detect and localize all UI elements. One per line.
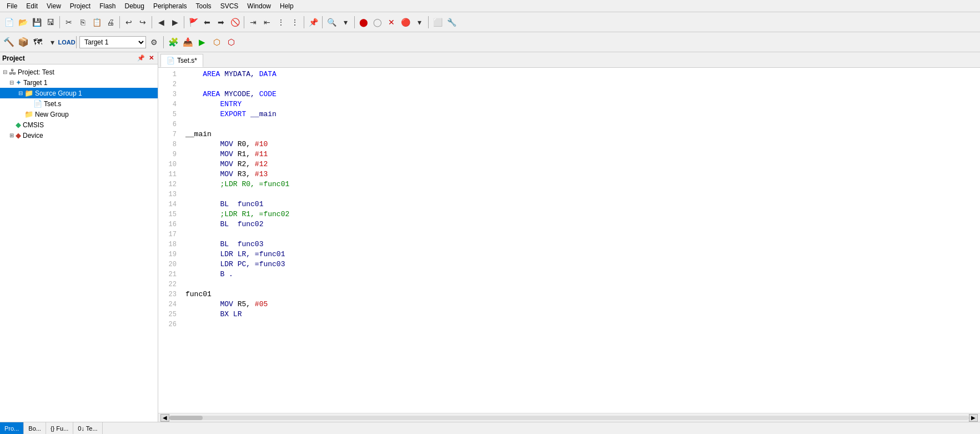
code-token: MOV <box>185 160 238 168</box>
prev-bookmark-btn[interactable]: ⬅ <box>200 16 214 29</box>
pack-install-btn[interactable]: 📥 <box>181 36 194 49</box>
tab-file-icon: 📄 <box>167 57 175 64</box>
build-target-btn[interactable]: 🔨 <box>2 36 16 49</box>
debug-dropdown-btn[interactable]: ▾ <box>413 16 426 29</box>
tree-file[interactable]: 📄 Tset.s <box>0 98 158 109</box>
copy-btn[interactable]: ⎘ <box>76 16 89 29</box>
panel-icons: 📌 ✕ <box>137 54 155 63</box>
save-btn[interactable]: 💾 <box>30 16 43 29</box>
tree-cmsis[interactable]: ◆ CMSIS <box>0 119 158 130</box>
open-map-btn[interactable]: 🗺 <box>31 36 44 49</box>
line-number: 2 <box>158 80 183 90</box>
scroll-track[interactable] <box>169 416 969 420</box>
next-bookmark-btn[interactable]: ➡ <box>214 16 228 29</box>
load-btn[interactable]: LOAD <box>60 36 73 49</box>
tree-project[interactable]: ⊟ 🖧 Project: Test <box>0 67 158 77</box>
debug-x-btn[interactable]: ✕ <box>385 16 398 29</box>
debug-stop-btn[interactable]: ⬤ <box>357 16 370 29</box>
table-row: 5 EXPORT __main <box>158 110 980 120</box>
code-area[interactable]: 1 AREA MYDATA, DATA2 3 AREA MYCODE, CODE… <box>158 68 980 413</box>
menu-view[interactable]: View <box>42 1 66 11</box>
menu-debug[interactable]: Debug <box>120 1 149 11</box>
menu-window[interactable]: Window <box>243 1 275 11</box>
tree-source-group[interactable]: ⊟ 📁 Source Group 1 <box>0 88 158 98</box>
debug-target-btn[interactable]: ▶ <box>195 36 209 49</box>
status-tab-pro[interactable]: Pro... <box>0 422 24 434</box>
target-selector[interactable]: Target 1Target 1 <box>79 36 146 48</box>
print-btn[interactable]: 🖨 <box>104 16 117 29</box>
tree-new-group[interactable]: 📁 New Group <box>0 109 158 119</box>
device-icon: ◆ <box>16 131 21 139</box>
scrollbar-bottom[interactable]: ◀ ▶ <box>158 413 980 422</box>
menu-flash[interactable]: Flash <box>95 1 120 11</box>
table-row: 1 AREA MYDATA, DATA <box>158 70 980 80</box>
line-number: 25 <box>158 310 183 320</box>
tab-tset[interactable]: 📄 Tset.s* <box>160 54 203 67</box>
table-row: 20 LDR PC, =func03 <box>158 260 980 270</box>
status-tab-fu[interactable]: {} Fu... <box>46 422 73 434</box>
tree-device[interactable]: ⊞ ◆ Device <box>0 130 158 141</box>
unindent-btn[interactable]: ⇤ <box>260 16 274 29</box>
extra-btn[interactable]: ⬡ <box>224 36 238 49</box>
debug-circle-btn[interactable]: ◯ <box>371 16 384 29</box>
target-settings-btn[interactable]: ⚙ <box>147 36 160 49</box>
scroll-left-btn[interactable]: ◀ <box>160 414 169 422</box>
batch-build-btn[interactable]: 📦 <box>17 36 30 49</box>
find-dropdown-btn[interactable]: ▾ <box>339 16 352 29</box>
line-code: MOV R1, #11 <box>183 150 980 160</box>
folder-icon: 📁 <box>24 89 33 97</box>
nav-back-btn[interactable]: ◀ <box>154 16 168 29</box>
menu-svcs[interactable]: SVCS <box>216 1 243 11</box>
cut-btn[interactable]: ✂ <box>62 16 76 29</box>
line-code: MOV R3, #13 <box>183 170 980 180</box>
bookmark-btn[interactable]: 🚩 <box>187 16 200 29</box>
manage-components-btn[interactable]: 🧩 <box>167 36 180 49</box>
tree-target[interactable]: ⊟ ✦ Target 1 <box>0 77 158 88</box>
build-dropdown-btn[interactable]: ▾ <box>46 36 59 49</box>
debug-opts-btn[interactable]: 🔴 <box>399 16 412 29</box>
table-row: 23func01 <box>158 290 980 300</box>
menu-tools[interactable]: Tools <box>192 1 216 11</box>
line-number: 8 <box>158 140 183 150</box>
status-tab-te[interactable]: 0↓ Te... <box>73 422 102 434</box>
project-label: Project: Test <box>18 68 54 76</box>
power-btn[interactable]: ⬡ <box>210 36 223 49</box>
status-tab-pro-label: Pro... <box>4 425 19 432</box>
settings-btn[interactable]: 🔧 <box>445 16 458 29</box>
code-token: func02 <box>238 220 264 228</box>
code-token: R5, <box>238 300 255 308</box>
close-panel-icon[interactable]: ✕ <box>147 54 155 63</box>
redo-btn[interactable]: ↪ <box>136 16 149 29</box>
line-code: BL func02 <box>183 220 980 230</box>
status-tab-bo[interactable]: Bo... <box>24 422 46 434</box>
code-token: __main <box>185 130 212 138</box>
line-number: 15 <box>158 210 183 220</box>
nav-fwd-btn[interactable]: ▶ <box>168 16 182 29</box>
paste-btn[interactable]: 📋 <box>90 16 103 29</box>
col-unindent-btn[interactable]: ⋮ <box>288 16 301 29</box>
pin-icon[interactable]: 📌 <box>137 54 145 63</box>
target-icon: ✦ <box>16 78 22 87</box>
indent-btn[interactable]: ⇥ <box>247 16 260 29</box>
line-number: 4 <box>158 100 183 110</box>
new-file-btn[interactable]: 📄 <box>2 16 16 29</box>
scroll-right-btn[interactable]: ▶ <box>969 414 978 422</box>
status-tab-bo-label: Bo... <box>28 425 41 432</box>
insert-btn[interactable]: 📌 <box>306 16 320 29</box>
line-number: 12 <box>158 180 183 190</box>
find-btn[interactable]: 🔍 <box>325 16 338 29</box>
undo-btn[interactable]: ↩ <box>122 16 135 29</box>
line-number: 9 <box>158 150 183 160</box>
menu-edit[interactable]: Edit <box>22 1 42 11</box>
menu-file[interactable]: File <box>2 1 22 11</box>
menu-help[interactable]: Help <box>275 1 298 11</box>
clear-bookmark-btn[interactable]: 🚫 <box>228 16 242 29</box>
line-code: ;LDR R1, =func02 <box>183 210 980 220</box>
target-label: Target 1 <box>23 79 47 87</box>
menu-project[interactable]: Project <box>66 1 95 11</box>
col-indent-btn[interactable]: ⋮ <box>274 16 288 29</box>
open-btn[interactable]: 📂 <box>16 16 29 29</box>
menu-peripherals[interactable]: Peripherals <box>149 1 192 11</box>
save-all-btn[interactable]: 🖫 <box>44 16 57 29</box>
window-mgr-btn[interactable]: ⬜ <box>431 16 444 29</box>
